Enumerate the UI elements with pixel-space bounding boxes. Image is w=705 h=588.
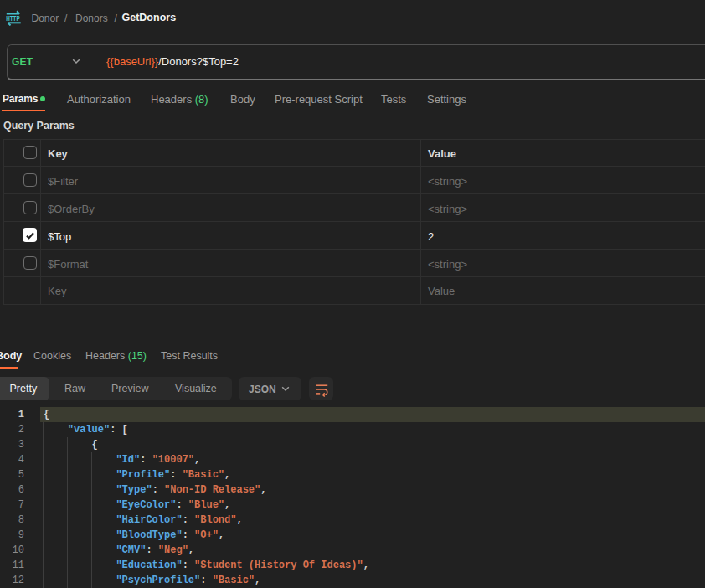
svg-text:HTTP: HTTP bbox=[6, 15, 20, 23]
